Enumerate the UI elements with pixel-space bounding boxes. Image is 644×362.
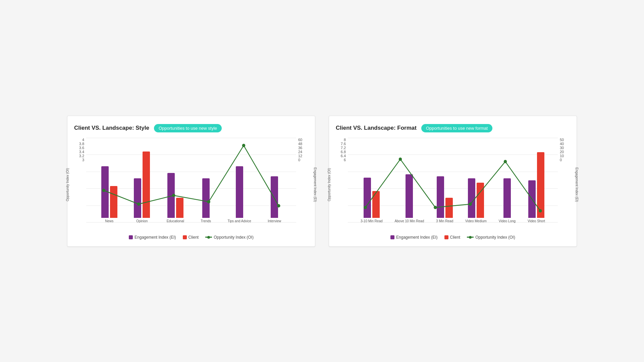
style-chart-inner: News Opinion <box>86 138 296 232</box>
y-tick: 20 <box>560 150 564 154</box>
legend-purple-dot <box>129 235 133 239</box>
bar-news-purple <box>101 166 109 218</box>
format-chart-header: Client VS. Landscape: Format Opportuniti… <box>336 124 570 132</box>
y-tick: 0 <box>560 158 562 162</box>
bar-vid-med-red <box>477 183 484 218</box>
format-badge: Opportunities to use new format <box>421 124 492 132</box>
y-tick: 50 <box>560 138 564 142</box>
y-tick: 24 <box>298 150 302 154</box>
format-legend: Engagement Index (EI) Client Opportunity… <box>336 235 570 240</box>
bar-3-10-red <box>372 191 380 218</box>
format-chart-title: Client VS. Landscape: Format <box>336 125 417 131</box>
x-label-video-short: Video Short <box>528 219 545 223</box>
format-y-left-label: Opportunity Index (OI) <box>327 165 331 205</box>
bar-news-red <box>110 186 117 218</box>
style-chart-header: Client VS. Landscape: Style Opportunitie… <box>74 124 308 132</box>
bar-opinion-red <box>143 152 150 218</box>
format-legend-client: Client <box>444 235 461 240</box>
style-chart-panel: Client VS. Landscape: Style Opportunitie… <box>67 116 315 247</box>
y-tick: 6.8 <box>341 150 346 154</box>
style-chart-area: Opportunity Index (OI) 4 3.8 3.6 3.4 3.2… <box>74 138 308 232</box>
x-label-opinion: Opinion <box>136 219 148 223</box>
format-bars: 3-10 Min Read Above 10 Min Read <box>348 138 558 223</box>
format-legend-ei-label: Engagement Index (EI) <box>396 235 437 240</box>
style-y-right-label: Engagement Index (EI) <box>313 165 317 205</box>
y-tick: 60 <box>298 138 302 142</box>
y-tick: 7.2 <box>341 146 346 150</box>
style-legend: Engagement Index (EI) Client Opportunity… <box>74 235 308 240</box>
bar-vid-short-red <box>537 152 544 218</box>
y-tick: 48 <box>298 142 302 146</box>
bar-group-news: News <box>101 138 117 223</box>
y-tick: 0 <box>298 158 300 162</box>
format-legend-green-line <box>467 237 474 238</box>
x-label-10plus: Above 10 Min Read <box>394 219 424 223</box>
y-tick: 10 <box>560 154 564 158</box>
bar-educational-purple <box>167 173 175 218</box>
format-legend-purple-dot <box>390 235 394 239</box>
format-legend-oi: Opportunity Index (OI) <box>467 235 515 240</box>
style-badge: Opportunities to use new style <box>154 124 222 132</box>
legend-oi: Opportunity Index (OI) <box>205 235 254 240</box>
format-legend-client-label: Client <box>450 235 461 240</box>
y-tick: 3.8 <box>79 142 84 146</box>
y-tick: 40 <box>560 142 564 146</box>
format-chart-inner: 3-10 Min Read Above 10 Min Read <box>348 138 558 232</box>
bar-10plus-purple <box>406 174 413 218</box>
bar-interview-purple <box>271 176 278 218</box>
style-y-right: 60 48 36 24 12 0 <box>296 138 308 162</box>
y-tick: 7.6 <box>341 142 346 146</box>
bar-group-10plus: Above 10 Min Read <box>394 138 424 223</box>
y-tick: 6 <box>344 158 346 162</box>
dashboard: Client VS. Landscape: Style Opportunitie… <box>0 102 644 260</box>
bar-trends-purple <box>202 178 210 218</box>
style-bars: News Opinion <box>86 138 296 223</box>
bar-group-opinion: Opinion <box>134 138 150 223</box>
y-tick: 12 <box>298 154 302 158</box>
format-y-right: 50 40 30 20 10 0 <box>558 138 570 162</box>
bar-vid-short-purple <box>528 180 536 218</box>
bar-group-video-med: Video Medium <box>465 138 487 223</box>
bar-opinion-purple <box>134 178 141 218</box>
y-tick: 3 <box>82 158 84 162</box>
bar-3min-red <box>445 198 453 218</box>
y-tick: 3.2 <box>79 154 84 158</box>
bar-group-tips: Tips and Advice <box>228 138 251 223</box>
y-tick: 6.4 <box>341 154 346 158</box>
x-label-tips: Tips and Advice <box>228 219 251 223</box>
format-chart-panel: Client VS. Landscape: Format Opportuniti… <box>329 116 577 247</box>
legend-ei-label: Engagement Index (EI) <box>135 235 176 240</box>
bar-vid-med-purple <box>468 178 475 218</box>
y-tick: 36 <box>298 146 302 150</box>
format-y-right-label: Engagement Index (EI) <box>575 165 579 205</box>
bar-group-3-10: 3-10 Min Read <box>361 138 383 223</box>
x-label-educational: Educational <box>167 219 184 223</box>
y-tick: 3.4 <box>79 150 84 154</box>
style-chart-title: Client VS. Landscape: Style <box>74 125 149 131</box>
format-legend-ei: Engagement Index (EI) <box>390 235 437 240</box>
legend-ei: Engagement Index (EI) <box>129 235 176 240</box>
legend-oi-label: Opportunity Index (OI) <box>214 235 254 240</box>
x-label-interview: Interview <box>268 219 281 223</box>
legend-green-line <box>205 237 212 238</box>
legend-client-label: Client <box>189 235 199 240</box>
bar-group-video-short: Video Short <box>528 138 545 223</box>
bar-3-10-purple <box>364 178 371 218</box>
bar-tips-purple <box>236 166 243 218</box>
legend-red-dot <box>183 235 187 239</box>
bar-group-educational: Educational <box>167 138 184 223</box>
x-label-trends: Trends <box>201 219 211 223</box>
bar-group-3min: 3 Min Read <box>436 138 453 223</box>
style-y-left: 4 3.8 3.6 3.4 3.2 3 <box>74 138 86 162</box>
style-y-left-label: Opportunity Index (OI) <box>66 165 69 205</box>
format-legend-red-dot <box>444 235 448 239</box>
x-label-news: News <box>105 219 113 223</box>
format-legend-oi-label: Opportunity Index (OI) <box>475 235 515 240</box>
legend-client: Client <box>183 235 199 240</box>
bar-group-trends: Trends <box>201 138 211 223</box>
bar-group-video-long: Video Long <box>499 138 516 223</box>
y-tick: 8 <box>344 138 346 142</box>
y-tick: 4 <box>82 138 84 142</box>
format-y-left: 8 7.6 7.2 6.8 6.4 6 <box>336 138 348 162</box>
y-tick: 3.6 <box>79 146 84 150</box>
